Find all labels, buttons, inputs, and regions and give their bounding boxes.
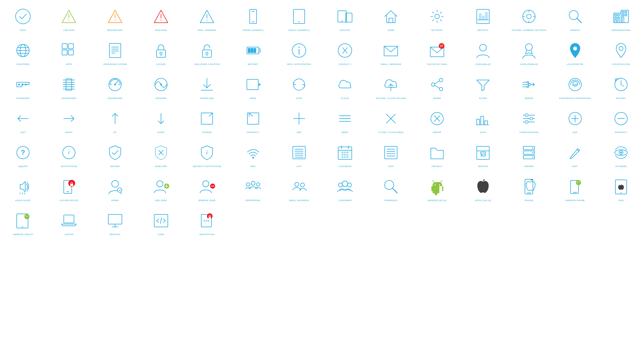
icon-cell-contact: CONTACT #	[322, 37, 368, 71]
medium-risk-icon	[107, 8, 124, 25]
svg-rect-179	[385, 146, 397, 159]
svg-rect-21	[389, 18, 393, 23]
youve-got-mail-icon: 27	[429, 42, 446, 59]
icon-cell-locked-device: LOCKED DEVICE	[46, 173, 92, 207]
icon-cell-calendar: CALENDAR	[322, 139, 368, 173]
laptop-label: LAPTOP	[64, 233, 74, 236]
svg-point-81	[526, 44, 532, 50]
svg-point-83	[619, 47, 623, 50]
configuration-icon	[520, 110, 537, 127]
data-icon	[474, 110, 492, 127]
svg-rect-66	[259, 49, 260, 52]
forensics-label: FORENSICS	[384, 199, 398, 202]
svg-point-148	[530, 117, 533, 120]
svg-rect-224	[442, 186, 443, 191]
remove-user-icon	[198, 178, 215, 195]
svg-rect-34	[618, 14, 619, 16]
code-icon	[152, 212, 170, 229]
icon-cell-list: LIST	[276, 139, 322, 173]
laptop-icon	[60, 212, 77, 229]
code-label: CODE	[158, 233, 164, 236]
icon-cell-test: TEST	[368, 139, 414, 173]
menu-icon	[336, 110, 353, 127]
svg-point-227	[435, 184, 436, 186]
battery-label: BATTERY	[248, 63, 258, 66]
icon-cell-home: HOME	[368, 3, 414, 37]
icon-cell-youve-got-mail: 27 YOU'VE GOT MAIL	[414, 37, 460, 71]
icon-cell-merge: MERGE	[506, 71, 552, 105]
merge-icon	[520, 76, 537, 93]
add-circle-label: ADD	[573, 131, 577, 134]
svg-point-217	[300, 183, 304, 187]
svg-rect-40	[622, 11, 624, 13]
reports-label: REPORTS	[478, 29, 489, 32]
settings-label: SETTINGS	[431, 29, 443, 32]
expand-icon	[198, 110, 215, 127]
test-icon	[382, 144, 399, 161]
encryption-label: ENCRYPTION	[200, 233, 215, 236]
locked-icon	[152, 42, 170, 59]
svg-line-31	[577, 18, 581, 23]
icon-cell-risk-warning: RISK / WARNING	[184, 3, 230, 37]
wifi-icon	[245, 144, 262, 161]
icon-cell-ci: </> CONTINUOUS INTEGRATION	[552, 71, 598, 105]
android-phone-icon	[567, 178, 584, 195]
icon-cell-encryption: </> ENCRYPTION	[184, 207, 230, 241]
continuous-integration-icon: </>	[567, 76, 584, 93]
icon-cell-contract: CONTRACT	[230, 105, 276, 139]
icon-cell-secure: SECURE	[92, 139, 138, 173]
svg-line-110	[435, 85, 439, 88]
filter-label: FILTER	[479, 97, 487, 100]
contact-label: CONTACT #	[338, 63, 351, 66]
sync-icon	[291, 76, 308, 93]
left-icon	[14, 110, 31, 127]
tablet-generic-label: TABLET (GENERIC)	[288, 29, 310, 32]
svg-point-106	[439, 78, 443, 82]
android-as-is-icon	[429, 178, 446, 195]
svg-point-218	[342, 181, 348, 187]
svg-rect-24	[479, 14, 481, 19]
archive-label: ARCHIVE	[478, 165, 488, 168]
svg-rect-54	[109, 43, 121, 58]
devices-icon	[336, 8, 353, 25]
project-icon	[429, 144, 446, 161]
icon-cell-notification: i NOTIFICATION	[46, 139, 92, 173]
svg-rect-16	[293, 9, 305, 24]
contract-icon	[245, 110, 262, 127]
svg-rect-67	[248, 48, 250, 53]
notification-label: NOTIFICATION	[61, 165, 77, 168]
icon-cell-spyware: SPYWARE	[598, 139, 644, 173]
security-notification-icon: i	[198, 144, 215, 161]
icon-cell-data: DATA	[460, 105, 506, 139]
icon-cell-right: RIGHT	[46, 105, 92, 139]
share-label: SHARE	[433, 97, 441, 100]
icon-grid: PASS LOW RISK MEDIUM RISK HIGH RISK RISK…	[0, 0, 644, 244]
svg-text:</>: </>	[203, 219, 209, 223]
svg-point-85	[22, 84, 23, 85]
svg-rect-35	[615, 17, 617, 19]
svg-rect-223	[431, 186, 433, 191]
expand-label: EXPAND	[202, 131, 212, 134]
icon-cell-apps: APPS	[46, 37, 92, 71]
svg-rect-41	[625, 11, 627, 13]
low-risk-icon	[60, 8, 77, 25]
icon-cell-remove-user: REMOVE USER	[184, 173, 230, 207]
low-risk-label: LOW RISK	[63, 29, 75, 32]
icon-cell-left: LEFT	[0, 105, 46, 139]
svg-point-216	[295, 182, 299, 186]
small-business-label: SMALL BUSINESS	[289, 199, 309, 202]
icon-cell-apple: APPLE (AS IS)	[460, 173, 506, 207]
add-user-label: ADD USER	[155, 199, 167, 202]
system-settings-label: SYSTEM / CURRENT SETTINGS	[512, 29, 546, 32]
icon-cell-history: HISTORY	[598, 71, 644, 105]
svg-rect-25	[482, 16, 484, 19]
location-icon-label: LOCATION ICON	[612, 63, 630, 66]
desktop-icon	[107, 212, 124, 229]
locked-label: LOCKED	[156, 63, 166, 66]
admin-label: ADMIN	[111, 199, 118, 202]
svg-point-0	[16, 9, 30, 24]
risk-warning-icon	[198, 8, 215, 25]
svg-point-234	[577, 182, 578, 183]
tablet-generic-icon	[291, 8, 308, 25]
icon-cell-medium-risk: MEDIUM RISK	[92, 3, 138, 37]
